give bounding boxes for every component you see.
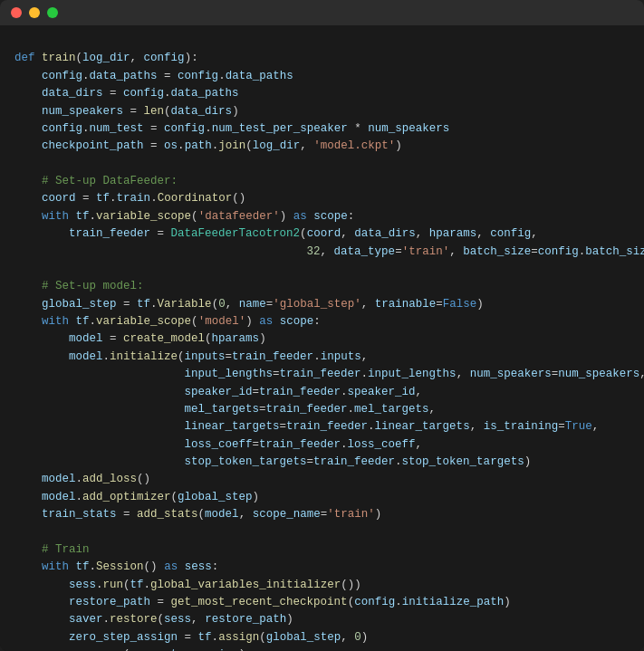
code-line: def train(log_dir, config): [14, 50, 630, 67]
code-line: train_feeder = DataFeederTacotron2(coord… [14, 225, 630, 243]
code-line: input_lengths=train_feeder.input_lengths… [14, 366, 630, 383]
code-line: model.add_optimizer(global_step) [14, 489, 630, 506]
code-line [14, 524, 630, 541]
code-line: saver.restore(sess, restore_path) [14, 611, 630, 628]
code-line: speaker_id=train_feeder.speaker_id, [14, 384, 630, 401]
code-line: with tf.Session() as sess: [14, 559, 630, 576]
code-line [14, 156, 630, 173]
code-editor-window: def train(log_dir, config): config.data_… [0, 0, 644, 651]
code-line: stop_token_targets=train_feeder.stop_tok… [14, 454, 630, 471]
code-line: config.data_paths = config.data_paths [14, 68, 630, 85]
code-line: zero_step_assign = tf.assign(global_step… [14, 629, 630, 646]
code-line: config.num_test = config.num_test_per_sp… [14, 120, 630, 138]
code-line: 32, data_type='train', batch_size=config… [14, 244, 630, 261]
code-line: # Set-up DataFeeder: [14, 173, 630, 190]
code-line: mel_targets=train_feeder.mel_targets, [14, 401, 630, 418]
code-line: data_dirs = config.data_paths [14, 85, 630, 102]
code-line: coord = tf.train.Coordinator() [14, 190, 630, 207]
code-line: sess.run(tf.global_variables_initializer… [14, 577, 630, 594]
code-line: sess.run(zero_step_assign) [14, 646, 630, 651]
minimize-button[interactable] [29, 7, 40, 18]
code-line: # Set-up model: [14, 278, 630, 295]
code-line: model.initialize(inputs=train_feeder.inp… [14, 349, 630, 366]
code-line: loss_coeff=train_feeder.loss_coeff, [14, 436, 630, 454]
code-line: global_step = tf.Variable(0, name='globa… [14, 296, 630, 313]
code-line: num_speakers = len(data_dirs) [14, 103, 630, 120]
code-line [14, 261, 630, 278]
code-line [14, 33, 630, 50]
maximize-button[interactable] [47, 7, 58, 18]
code-line: model.add_loss() [14, 471, 630, 488]
code-line: model = create_model(hparams) [14, 330, 630, 348]
code-line: checkpoint_path = os.path.join(log_dir, … [14, 138, 630, 155]
code-line: with tf.variable_scope('datafeeder') as … [14, 208, 630, 225]
code-line: linear_targets=train_feeder.linear_targe… [14, 418, 630, 436]
title-bar [0, 0, 644, 25]
code-line: train_stats = add_stats(model, scope_nam… [14, 506, 630, 523]
close-button[interactable] [11, 7, 22, 18]
code-line: restore_path = get_most_recent_checkpoin… [14, 594, 630, 611]
code-line: # Train [14, 541, 630, 559]
code-content: def train(log_dir, config): config.data_… [0, 25, 644, 651]
code-line: with tf.variable_scope('model') as scope… [14, 313, 630, 330]
